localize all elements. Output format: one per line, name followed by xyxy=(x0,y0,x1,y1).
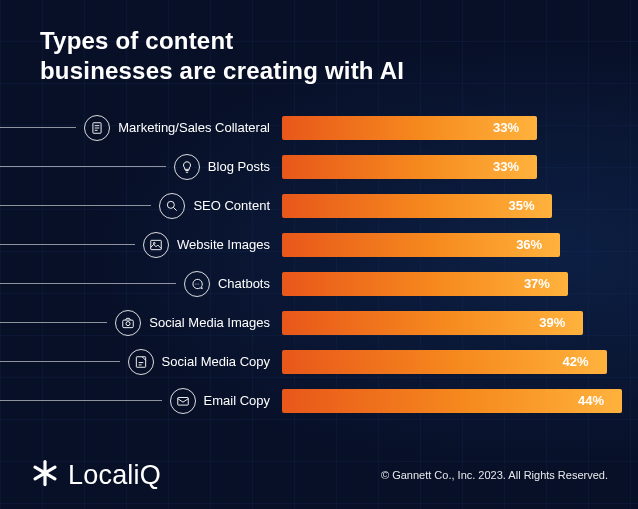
connector-line xyxy=(0,244,135,245)
bar: 39% xyxy=(282,311,583,335)
bar-value: 35% xyxy=(508,198,534,213)
connector-line xyxy=(0,127,76,128)
bar-value: 33% xyxy=(493,120,519,135)
bar: 33% xyxy=(282,116,537,140)
bar-value: 44% xyxy=(578,393,604,408)
category-label: Email Copy xyxy=(204,393,270,408)
category-label: Marketing/Sales Collateral xyxy=(118,120,270,135)
svg-point-4 xyxy=(168,201,175,208)
row-label-wrap: Social Media Copy xyxy=(0,349,282,375)
svg-point-12 xyxy=(126,321,130,325)
document-icon xyxy=(84,115,110,141)
chart-row: Marketing/Sales Collateral33% xyxy=(0,108,638,147)
category-label: Blog Posts xyxy=(208,159,270,174)
chart-row: Blog Posts33% xyxy=(0,147,638,186)
connector-line xyxy=(0,205,151,206)
connector-line xyxy=(0,361,120,362)
bar-value: 39% xyxy=(539,315,565,330)
bar-value: 33% xyxy=(493,159,519,174)
title-line-2: businesses are creating with AI xyxy=(40,57,404,84)
bar-track: 39% xyxy=(282,311,638,335)
bar-value: 37% xyxy=(524,276,550,291)
row-label-wrap: Chatbots xyxy=(0,271,282,297)
bar-value: 42% xyxy=(563,354,589,369)
bar-track: 35% xyxy=(282,194,638,218)
svg-line-5 xyxy=(174,207,177,210)
svg-point-7 xyxy=(153,242,155,244)
brand-asterisk-icon xyxy=(30,458,60,492)
bar: 33% xyxy=(282,155,537,179)
row-label-wrap: Blog Posts xyxy=(0,154,282,180)
row-label-wrap: Social Media Images xyxy=(0,310,282,336)
connector-line xyxy=(0,283,176,284)
svg-rect-16 xyxy=(177,397,188,405)
row-label-wrap: SEO Content xyxy=(0,193,282,219)
bar: 44% xyxy=(282,389,622,413)
row-label-wrap: Website Images xyxy=(0,232,282,258)
mail-icon xyxy=(170,388,196,414)
chart-row: Social Media Images39% xyxy=(0,303,638,342)
bar: 36% xyxy=(282,233,560,257)
bar-track: 33% xyxy=(282,155,638,179)
brand-logo: LocaliQ xyxy=(30,458,161,492)
category-label: SEO Content xyxy=(193,198,270,213)
chart-row: Website Images36% xyxy=(0,225,638,264)
connector-line xyxy=(0,166,166,167)
svg-point-8 xyxy=(195,283,196,284)
bar-chart: Marketing/Sales Collateral33%Blog Posts3… xyxy=(0,108,638,420)
title-line-1: Types of content xyxy=(40,27,233,54)
camera-icon xyxy=(115,310,141,336)
bar-track: 44% xyxy=(282,389,638,413)
note-icon xyxy=(128,349,154,375)
image-icon xyxy=(143,232,169,258)
brand-name: LocaliQ xyxy=(68,460,161,491)
connector-line xyxy=(0,400,162,401)
copyright-text: © Gannett Co., Inc. 2023. All Rights Res… xyxy=(381,469,608,481)
category-label: Website Images xyxy=(177,237,270,252)
category-label: Social Media Images xyxy=(149,315,270,330)
chart-title: Types of content businesses are creating… xyxy=(40,26,404,86)
chart-row: Chatbots37% xyxy=(0,264,638,303)
bar-track: 42% xyxy=(282,350,638,374)
svg-point-10 xyxy=(198,283,199,284)
row-label-wrap: Email Copy xyxy=(0,388,282,414)
chart-row: Email Copy44% xyxy=(0,381,638,420)
bar: 42% xyxy=(282,350,607,374)
bar-value: 36% xyxy=(516,237,542,252)
bar-track: 37% xyxy=(282,272,638,296)
footer: LocaliQ © Gannett Co., Inc. 2023. All Ri… xyxy=(0,447,638,509)
search-icon xyxy=(159,193,185,219)
category-label: Chatbots xyxy=(218,276,270,291)
bar: 37% xyxy=(282,272,568,296)
chat-icon xyxy=(184,271,210,297)
chart-row: SEO Content35% xyxy=(0,186,638,225)
bar: 35% xyxy=(282,194,552,218)
row-label-wrap: Marketing/Sales Collateral xyxy=(0,115,282,141)
svg-rect-6 xyxy=(151,240,162,249)
category-label: Social Media Copy xyxy=(162,354,270,369)
chart-row: Social Media Copy42% xyxy=(0,342,638,381)
svg-point-9 xyxy=(196,283,197,284)
lightbulb-icon xyxy=(174,154,200,180)
bar-track: 36% xyxy=(282,233,638,257)
bar-track: 33% xyxy=(282,116,638,140)
connector-line xyxy=(0,322,107,323)
